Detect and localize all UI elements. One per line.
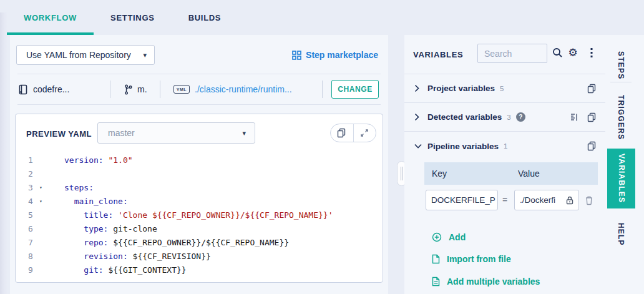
chevron-down-icon: ▾ (242, 129, 246, 137)
copy-icon[interactable] (587, 141, 597, 151)
code-line: 2 (16, 167, 383, 181)
expand-yaml-button[interactable] (354, 124, 376, 142)
repo-bar: codefre... m. YML ./classic-runtime/runt… (10, 74, 388, 104)
sort-list-icon[interactable] (570, 113, 579, 122)
divider (17, 104, 381, 105)
variable-key-input[interactable]: DOCKERFILE_P (426, 190, 498, 210)
repository-icon (19, 84, 28, 95)
side-tab-variables[interactable]: VARIABLES (607, 149, 635, 208)
divider (322, 81, 323, 98)
code-line: 8 revision: ${{CF_REVISION}} (16, 250, 383, 263)
variable-value-input[interactable]: ./Dockerfi (514, 190, 579, 210)
key-column-header: Key (432, 169, 518, 179)
more-options-button[interactable] (584, 35, 599, 70)
copy-icon (337, 128, 346, 138)
yml-file-icon: YML (173, 85, 190, 94)
repo-name: codefre... (33, 84, 69, 94)
copy-icon[interactable] (587, 112, 597, 122)
kv-table-header: Key Value (424, 162, 598, 185)
fold-toggle[interactable]: ▾ (39, 181, 64, 195)
code-line: 1version: "1.0" (16, 154, 383, 167)
fold-toggle (39, 250, 64, 263)
side-tab-strip: STEPS TRIGGERS VARIABLES HELP (605, 35, 644, 294)
search-icon (552, 47, 563, 58)
branch-item[interactable]: m. (124, 74, 147, 104)
tab-settings[interactable]: SETTINGS (94, 0, 172, 35)
kebab-menu-icon (590, 47, 593, 58)
code-line: 4▾ main_clone: (16, 195, 383, 208)
divider (110, 81, 110, 98)
chevron-right-icon[interactable] (414, 113, 427, 121)
add-multiple-variables-button[interactable]: Add multiple variables (432, 277, 540, 287)
help-icon[interactable]: ? (516, 112, 525, 122)
yaml-preview-card: PREVIEW YAML master ▾ 1version: "1.0" 2 … (15, 114, 383, 283)
step-marketplace-link[interactable]: Step marketplace (292, 50, 378, 60)
repo-name-item[interactable]: codefre... (19, 74, 69, 104)
code-line: 3▾steps: (16, 181, 383, 195)
preview-branch-select[interactable]: master ▾ (97, 122, 255, 144)
variable-row: DOCKERFILE_P = ./Dockerfi (404, 190, 605, 212)
branch-name: m. (137, 84, 147, 94)
expand-icon (360, 129, 369, 137)
yaml-code-editor[interactable]: 1version: "1.0" 2 3▾steps: 4▾ main_clone… (16, 154, 383, 277)
delete-variable-button[interactable] (585, 195, 593, 205)
yaml-source-value: Use YAML from Repository (26, 50, 131, 60)
divider (160, 81, 160, 98)
section-count: 5 (500, 85, 504, 92)
search-input[interactable] (477, 44, 547, 63)
chevron-right-icon[interactable] (414, 84, 427, 92)
search-button[interactable] (550, 35, 565, 70)
yaml-source-select[interactable]: Use YAML from Repository ▾ (16, 45, 155, 65)
section-project-variables[interactable]: Project variables 5 (404, 74, 605, 103)
code-line: 6 type: git-clone (16, 222, 383, 236)
page-edge-shadow (0, 12, 7, 294)
yaml-path-item[interactable]: YML ./classic-runtime/runtim... (173, 74, 292, 104)
tab-builds[interactable]: BUILDS (172, 0, 238, 35)
workflow-panel: Use YAML from Repository ▾ Step marketpl… (10, 35, 388, 294)
add-circle-icon (432, 232, 442, 242)
chevron-down-icon[interactable] (414, 144, 427, 149)
section-count: 1 (504, 142, 507, 150)
fold-toggle (39, 236, 64, 250)
lock-icon[interactable] (566, 196, 573, 205)
yaml-path-link[interactable]: ./classic-runtime/runtim... (195, 84, 292, 94)
section-detected-variables[interactable]: Detected variables 3 ? (404, 103, 605, 132)
fold-toggle (39, 167, 64, 181)
side-tab-help[interactable]: HELP (607, 216, 635, 252)
fold-toggle[interactable] (39, 154, 64, 167)
preview-yaml-title: PREVIEW YAML (26, 129, 92, 139)
preview-branch-value: master (108, 128, 135, 138)
add-variable-button[interactable]: Add (432, 232, 466, 242)
step-marketplace-label: Step marketplace (306, 50, 378, 60)
trash-icon (585, 195, 593, 205)
import-from-file-button[interactable]: Import from file (432, 254, 511, 264)
section-count: 3 (507, 114, 510, 121)
settings-button[interactable]: ⚙ (565, 35, 580, 70)
grid-icon (292, 51, 301, 60)
code-line: 9 git: ${{GIT_CONTEXT}} (16, 263, 383, 277)
side-tab-triggers[interactable]: TRIGGERS (607, 90, 635, 145)
top-tab-bar: WORKFLOW SETTINGS BUILDS (0, 0, 644, 35)
gear-icon: ⚙ (568, 47, 577, 58)
fold-toggle[interactable]: ▾ (39, 195, 64, 208)
tab-workflow[interactable]: WORKFLOW (7, 0, 94, 35)
value-column-header: Value (518, 169, 540, 179)
chevron-down-icon: ▾ (143, 51, 147, 59)
copy-icon[interactable] (587, 84, 597, 94)
fold-toggle (39, 222, 64, 236)
git-branch-icon (124, 84, 132, 95)
variables-panel: VARIABLES ⚙ Project variables 5 Detected… (404, 35, 605, 294)
variables-panel-title: VARIABLES (413, 50, 463, 59)
fold-toggle (39, 263, 64, 277)
file-lines-icon (432, 277, 440, 287)
change-button[interactable]: CHANGE (331, 80, 379, 99)
fold-toggle (39, 208, 64, 222)
copy-yaml-button[interactable] (331, 124, 354, 142)
code-line: 5 title: 'Clone ${{CF_REPO_OWNER}}/${{CF… (16, 208, 383, 222)
divider (610, 82, 632, 82)
preview-toolbar (330, 124, 376, 142)
side-tab-steps[interactable]: STEPS (607, 44, 635, 87)
section-pipeline-variables[interactable]: Pipeline variables 1 (404, 132, 605, 160)
code-line: 7 repo: ${{CF_REPO_OWNER}}/${{CF_REPO_NA… (16, 236, 383, 250)
equals-sign: = (502, 195, 507, 205)
